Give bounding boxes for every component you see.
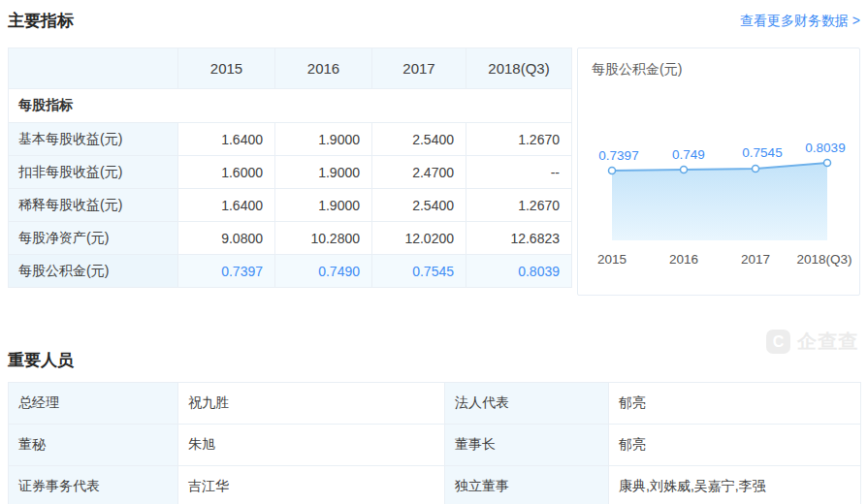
personnel-table: 总经理 祝九胜 法人代表 郁亮 董秘 朱旭 董事长 郁亮 证券事务代表 吉江华 … — [8, 382, 861, 504]
personnel-value: 郁亮 — [609, 425, 861, 466]
cell-value: 1.6400 — [178, 123, 275, 156]
indicators-and-chart-row: 2015 2016 2017 2018(Q3) 每股指标 基本每股收益(元) 1… — [8, 47, 860, 296]
col-header-2016: 2016 — [275, 48, 372, 89]
cell-value: 1.9000 — [275, 189, 372, 222]
chart-axis-label: 2017 — [741, 252, 770, 267]
indicator-row-deducted-eps[interactable]: 扣非每股收益(元) 1.6000 1.9000 2.4700 -- — [9, 156, 572, 189]
cell-value: 1.2670 — [466, 123, 572, 156]
cell-value: -- — [466, 156, 572, 189]
more-financial-data-link[interactable]: 查看更多财务数据 > — [740, 13, 860, 30]
indicator-row-diluted-eps[interactable]: 稀释每股收益(元) 1.6400 1.9000 2.5400 1.2670 — [9, 189, 572, 222]
main-indicators-header: 主要指标 查看更多财务数据 > — [8, 0, 860, 31]
indicator-row-reserve-per-share[interactable]: 每股公积金(元) 0.7397 0.7490 0.7545 0.8039 — [9, 255, 572, 288]
chart-area-fill — [612, 163, 827, 240]
personnel-row: 证券事务代表 吉江华 独立董事 康典,刘姝威,吴嘉宁,李强 — [9, 466, 861, 504]
reserve-per-share-chart-panel: 每股公积金(元) 0.7397 0.749 0.7545 0.8039 — [577, 47, 860, 296]
cell-value: 2.5400 — [372, 189, 466, 222]
indicator-row-basic-eps[interactable]: 基本每股收益(元) 1.6400 1.9000 2.5400 1.2670 — [9, 123, 572, 156]
personnel-value: 吉江华 — [178, 466, 445, 504]
page-title-main-indicators: 主要指标 — [8, 11, 74, 31]
empty-corner-cell — [9, 48, 178, 89]
personnel-label: 独立董事 — [445, 466, 609, 504]
chart-point — [681, 167, 688, 173]
chart-axis-label: 2016 — [669, 252, 698, 267]
cell-value: 2.4700 — [372, 156, 466, 189]
cell-value: 12.6823 — [466, 222, 572, 255]
personnel-label: 法人代表 — [445, 383, 609, 425]
personnel-value: 郁亮 — [609, 383, 861, 425]
cell-value: 1.2670 — [466, 189, 572, 222]
indicators-header-row: 2015 2016 2017 2018(Q3) — [9, 48, 572, 89]
row-label: 每股净资产(元) — [9, 222, 178, 255]
cell-value: 10.2800 — [275, 222, 372, 255]
reserve-per-share-line-chart: 0.7397 0.749 0.7545 0.8039 2015 2016 201… — [578, 48, 865, 295]
row-label: 基本每股收益(元) — [9, 123, 178, 156]
indicators-table: 2015 2016 2017 2018(Q3) 每股指标 基本每股收益(元) 1… — [8, 47, 572, 288]
personnel-label: 董秘 — [9, 425, 178, 466]
cell-value: 0.7397 — [178, 255, 275, 288]
financial-overview-page: 主要指标 查看更多财务数据 > 2015 2016 2017 2018(Q3) … — [0, 0, 868, 504]
personnel-row: 总经理 祝九胜 法人代表 郁亮 — [9, 383, 861, 425]
indicator-row-net-assets-per-share[interactable]: 每股净资产(元) 9.0800 10.2800 12.0200 12.6823 — [9, 222, 572, 255]
page-title-personnel: 重要人员 — [8, 350, 74, 370]
chart-point — [753, 166, 759, 173]
chart-value-label: 0.7545 — [742, 145, 782, 160]
cell-value: 1.9000 — [275, 123, 372, 156]
row-label: 每股公积金(元) — [9, 255, 178, 288]
col-header-2018q3: 2018(Q3) — [466, 48, 572, 89]
personnel-header: 重要人员 — [8, 339, 860, 370]
cell-value: 0.7490 — [275, 255, 372, 288]
personnel-value: 祝九胜 — [178, 383, 445, 425]
row-label: 稀释每股收益(元) — [9, 189, 178, 222]
row-label: 扣非每股收益(元) — [9, 156, 178, 189]
cell-value: 0.7545 — [372, 255, 466, 288]
personnel-label: 董事长 — [445, 425, 609, 466]
chart-axis-label: 2018(Q3) — [796, 252, 852, 267]
chart-value-label: 0.7397 — [598, 148, 638, 163]
chart-axis-label: 2015 — [597, 252, 627, 267]
cell-value: 12.0200 — [372, 222, 466, 255]
chart-point — [609, 168, 616, 174]
cell-value: 0.8039 — [466, 255, 572, 288]
cell-value: 2.5400 — [372, 123, 466, 156]
personnel-value: 朱旭 — [178, 425, 445, 466]
col-header-2015: 2015 — [178, 48, 275, 89]
personnel-label: 总经理 — [9, 383, 178, 425]
personnel-value: 康典,刘姝威,吴嘉宁,李强 — [609, 466, 861, 504]
chart-point — [824, 160, 831, 167]
group-header-row: 每股指标 — [9, 89, 572, 123]
col-header-2017: 2017 — [372, 48, 466, 89]
cell-value: 1.9000 — [275, 156, 372, 189]
group-header-label: 每股指标 — [9, 89, 572, 123]
personnel-row: 董秘 朱旭 董事长 郁亮 — [9, 425, 861, 466]
cell-value: 1.6000 — [178, 156, 275, 189]
cell-value: 1.6400 — [178, 189, 275, 222]
personnel-label: 证券事务代表 — [9, 466, 178, 504]
cell-value: 9.0800 — [178, 222, 275, 255]
chart-value-label: 0.8039 — [805, 141, 845, 155]
chart-value-label: 0.749 — [672, 147, 705, 162]
